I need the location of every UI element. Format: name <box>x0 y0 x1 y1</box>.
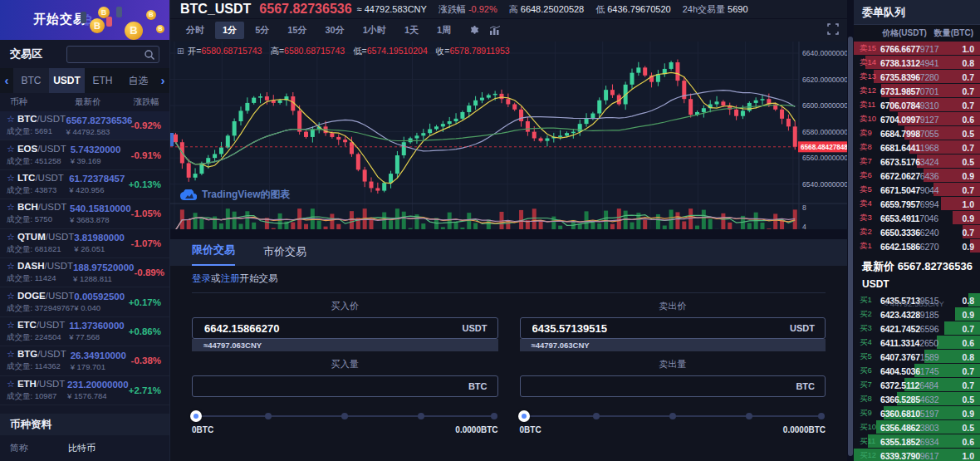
tabs-left-arrow-icon[interactable]: ‹ <box>0 69 13 92</box>
order-level-label: 卖14 <box>860 57 880 68</box>
pair-change: -0.92% <box>131 120 161 130</box>
chart-settings-gear-icon[interactable] <box>468 25 479 36</box>
favorite-star-icon[interactable]: ☆ <box>7 261 15 271</box>
timeframe-1周[interactable]: 1周 <box>429 22 458 39</box>
sell-slider-max: 0.0000BTC <box>783 425 826 434</box>
sidebar-tab-eth[interactable]: ETH <box>85 68 120 93</box>
ask-row-卖14[interactable]: 卖146738.131249410.8 <box>854 56 980 70</box>
favorite-star-icon[interactable]: ☆ <box>7 320 15 330</box>
trade-tab-限价交易[interactable]: 限价交易 <box>192 243 235 266</box>
bid-row-买9[interactable]: 买96360.681051970.9 <box>854 406 980 420</box>
col-amount-btc: 数量(BTC) <box>934 27 973 39</box>
fullscreen-expand-icon[interactable] <box>827 23 839 38</box>
sidebar-tab-自选[interactable]: 自选 <box>120 68 156 93</box>
sidebar-tab-usdt[interactable]: USDT <box>49 68 85 93</box>
favorite-star-icon[interactable]: ☆ <box>7 202 15 212</box>
indicator-chart-icon[interactable] <box>489 26 502 36</box>
bid-row-买3[interactable]: 买36421.745265960.7 <box>854 321 980 336</box>
col-change: 涨跌幅 <box>133 96 159 108</box>
favorite-star-icon[interactable]: ☆ <box>7 349 15 359</box>
pair-row-eth[interactable]: ☆ETH/USDT成交量: 10987231.20000000¥ 1576.78… <box>0 376 169 405</box>
bid-row-买12[interactable]: 买126339.379096171.0 <box>854 449 980 461</box>
timeframe-分时[interactable]: 分时 <box>179 22 212 39</box>
pair-row-ltc[interactable]: ☆LTC/USDT成交量: 4387361.72378457¥ 420.956+… <box>0 170 169 199</box>
timeframe-1天[interactable]: 1天 <box>397 22 426 39</box>
favorite-star-icon[interactable]: ☆ <box>7 291 15 301</box>
timeframe-5分[interactable]: 5分 <box>247 22 277 39</box>
order-price: 6407.37671589 <box>880 352 938 362</box>
order-level-label: 卖3 <box>860 213 880 223</box>
order-level-label: 卖15 <box>860 43 880 54</box>
ask-row-卖5[interactable]: 卖56671.504790440.7 <box>854 183 980 197</box>
ask-row-卖15[interactable]: 卖156766.667797171.0 <box>854 42 980 56</box>
col-price: 最新价 <box>75 96 133 108</box>
register-link[interactable]: 注册 <box>221 273 240 283</box>
candlestick-chart[interactable]: ⊞开=6580.68715743高=6580.68715743低=6574.19… <box>170 42 847 259</box>
ask-row-卖1[interactable]: 卖16642.158662700.9 <box>854 239 980 253</box>
bid-row-买8[interactable]: 买86366.528546320.5 <box>854 392 980 406</box>
bid-row-买5[interactable]: 买56407.376715890.8 <box>854 350 980 364</box>
ask-row-卖13[interactable]: 卖136735.839672800.7 <box>854 70 980 84</box>
ask-row-卖12[interactable]: 卖126731.985707010.7 <box>854 84 980 98</box>
order-level-label: 卖1 <box>860 241 880 252</box>
scrollbar-thumb[interactable] <box>848 37 853 456</box>
pair-volume: 成交量: 372949767 <box>7 303 74 314</box>
buy-amount-label: 买入量 <box>192 358 498 370</box>
favorite-star-icon[interactable]: ☆ <box>7 144 15 154</box>
pair-row-bch[interactable]: ☆BCH/USDT成交量: 5750540.15810000¥ 3683.878… <box>0 199 169 228</box>
favorite-star-icon[interactable]: ☆ <box>7 114 15 124</box>
pair-row-dash[interactable]: ☆DASH/USDT成交量: 11424188.97520000¥ 1288.8… <box>0 258 169 287</box>
order-amount: 0.9 <box>962 409 974 419</box>
ask-row-卖2[interactable]: 卖26650.333662400.7 <box>854 225 980 239</box>
bid-row-买4[interactable]: 买46411.331426500.6 <box>854 336 980 350</box>
bid-row-买10[interactable]: 买106356.486238030.5 <box>854 420 980 434</box>
buy-amount-slider[interactable] <box>192 410 498 422</box>
order-amount: 0.7 <box>962 143 974 153</box>
buy-slider-thumb[interactable] <box>190 410 202 422</box>
pair-price: 26.34910000 <box>71 351 131 360</box>
latest-price-block: 最新价 6567.82736536 USDT <box>854 253 980 293</box>
pair-row-etc[interactable]: ☆ETC/USDT成交量: 22450411.37360000¥ 77.568+… <box>0 317 169 346</box>
sell-price-input[interactable] <box>521 318 826 338</box>
pair-row-eos[interactable]: ☆EOS/USDT成交量: 4512585.74320000¥ 39.169-0… <box>0 140 169 169</box>
tradingview-logo-icon <box>180 189 197 200</box>
order-price: 6653.49117046 <box>880 213 938 223</box>
bid-row-买7[interactable]: 买76372.511264840.7 <box>854 378 980 392</box>
sell-amount-slider[interactable] <box>520 410 826 422</box>
pair-row-doge[interactable]: ☆DOGE/USDT成交量: 3729497670.00592500¥ 0.04… <box>0 287 169 316</box>
sell-slider-thumb[interactable] <box>518 410 530 422</box>
ask-row-卖3[interactable]: 卖36653.491170460.9 <box>854 211 980 225</box>
buy-price-input[interactable] <box>193 318 497 338</box>
pair-row-qtum[interactable]: ☆QTUM/USDT成交量: 6818213.81980000¥ 26.051-… <box>0 229 169 258</box>
login-link[interactable]: 登录 <box>192 273 211 283</box>
sidebar-tab-btc[interactable]: BTC <box>13 68 49 93</box>
pair-row-btc[interactable]: ☆BTC/USDT成交量: 56916567.82736536¥ 44792.5… <box>0 111 169 140</box>
tabs-right-arrow-icon[interactable]: › <box>156 69 169 92</box>
ask-row-卖4[interactable]: 卖46659.795769941.0 <box>854 197 980 211</box>
timeframe-1分[interactable]: 1分 <box>215 22 244 39</box>
favorite-star-icon[interactable]: ☆ <box>7 232 15 242</box>
timeframe-15分[interactable]: 15分 <box>280 22 314 39</box>
promo-banner[interactable]: 开始交易 ₿ B B B B B <box>0 0 169 40</box>
ask-row-卖7[interactable]: 卖76673.517634240.5 <box>854 154 980 169</box>
order-level-label: 卖7 <box>860 156 880 167</box>
trade-tab-市价交易[interactable]: 市价交易 <box>263 244 306 266</box>
ask-row-卖8[interactable]: 卖86681.644119680.7 <box>854 140 980 154</box>
buy-amount-input[interactable] <box>193 376 497 396</box>
bid-row-买2[interactable]: 买26423.432891850.9 <box>854 307 980 321</box>
bid-row-买1[interactable]: 买16435.571395150.8 <box>854 293 980 307</box>
sell-amount-input[interactable] <box>521 376 826 396</box>
timeframe-1小时[interactable]: 1小时 <box>355 22 394 39</box>
favorite-star-icon[interactable]: ☆ <box>7 173 15 183</box>
ask-row-卖10[interactable]: 卖106704.099791270.6 <box>854 112 980 126</box>
pair-row-btg[interactable]: ☆BTG/USDT成交量: 11436226.34910000¥ 179.701… <box>0 346 169 375</box>
favorite-star-icon[interactable]: ☆ <box>7 379 15 389</box>
bid-row-买6[interactable]: 买66404.503617450.7 <box>854 364 980 378</box>
ask-row-卖6[interactable]: 卖66672.062764360.9 <box>854 169 980 183</box>
ask-row-卖11[interactable]: 卖116706.078493100.7 <box>854 98 980 112</box>
ask-row-卖9[interactable]: 卖96684.799870550.5 <box>854 126 980 140</box>
timeframe-30分[interactable]: 30分 <box>318 22 352 39</box>
pair-volume: 成交量: 451258 <box>7 156 71 167</box>
bid-row-买11[interactable]: 买116355.185269340.6 <box>854 434 980 449</box>
order-level-label: 卖10 <box>860 114 880 125</box>
